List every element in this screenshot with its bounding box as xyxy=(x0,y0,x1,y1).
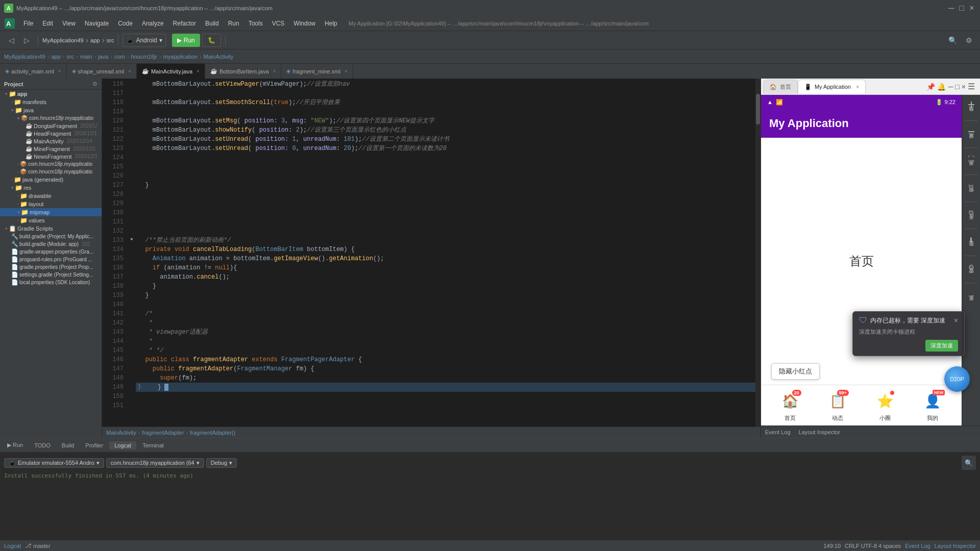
tree-item-build-gradle-app[interactable]: 🔧 build.gradle (Module: app) 202 xyxy=(0,240,102,248)
bottom-tab-todo[interactable]: TODO xyxy=(29,441,56,449)
tree-item-minefragment[interactable]: ☕ MineFragment 2020/12/1 xyxy=(0,145,102,153)
tree-item-package-main[interactable]: ▾ 📦 com.hnucm18jr.myapplicatio xyxy=(0,114,102,122)
right-panel-event-log[interactable]: Event Log xyxy=(765,429,791,435)
tool-cut-button[interactable]: ✂ xyxy=(964,178,979,193)
nav-com[interactable]: com xyxy=(114,54,125,60)
search-everywhere-button[interactable]: 🔍 xyxy=(945,33,960,47)
debug-button[interactable]: 🐛 xyxy=(202,34,221,47)
tool-multi-button[interactable]: ⧉ xyxy=(964,205,979,220)
tree-item-gradle-props[interactable]: 📄 gradle.properties (Project Prop... xyxy=(0,263,102,271)
close-button[interactable]: × xyxy=(968,4,976,12)
menu-vcs[interactable]: VCS xyxy=(268,19,289,28)
nav-src[interactable]: src xyxy=(66,54,74,60)
forward-button[interactable]: ▷ xyxy=(19,33,34,47)
close-icon[interactable]: × xyxy=(273,68,276,74)
tab-shape-unread-xml[interactable]: ◈ shape_unread.xml × xyxy=(67,64,137,79)
bc-fragmentadapter-ctor[interactable]: fragmentAdapter() xyxy=(190,430,235,436)
event-log-link[interactable]: Event Log xyxy=(905,543,930,549)
tree-item-layout[interactable]: › 📁 layout xyxy=(0,200,102,208)
tool-fullscreen-button[interactable]: ⛶ xyxy=(964,151,979,166)
deep-accelerate-button[interactable]: 深度加速 xyxy=(925,340,958,352)
tree-item-java-generated[interactable]: › 📁 java (generated) xyxy=(0,176,102,184)
browser-maximize-button[interactable]: □ xyxy=(955,83,959,91)
browser-sidebar-button[interactable]: ☰ xyxy=(968,82,975,91)
vertical-scrollbar[interactable] xyxy=(755,79,761,427)
browser-tab-home[interactable]: 🏠 首页 xyxy=(763,80,798,94)
menu-view[interactable]: View xyxy=(58,19,80,28)
tab-fragment-mine-xml[interactable]: ◈ fragment_mine.xml × xyxy=(281,64,353,79)
menu-analyze[interactable]: Analyze xyxy=(138,19,168,28)
package-selector[interactable]: com.hnucm18jr.myapplication (64 ▾ xyxy=(106,458,204,468)
back-button[interactable]: ◁ xyxy=(4,33,18,47)
code-text[interactable]: mBottomBarLayout.setViewPager(mViewPager… xyxy=(136,79,755,427)
bottom-tab-terminal[interactable]: Terminal xyxy=(137,441,169,449)
gear-icon[interactable]: ⚙ xyxy=(92,81,97,87)
bottom-tab-run[interactable]: ▶ Run xyxy=(2,441,28,449)
nav-app[interactable]: app xyxy=(51,54,60,60)
bottom-tab-build[interactable]: Build xyxy=(57,441,79,449)
tool-more-button[interactable]: … xyxy=(964,286,979,302)
browser-minimize-button[interactable]: ─ xyxy=(948,83,953,91)
close-icon[interactable]: × xyxy=(197,68,200,74)
right-panel-layout-inspector[interactable]: Layout Inspector xyxy=(799,429,840,435)
emulator-selector[interactable]: 📱 Emulator emulator-5554 Andro ▾ xyxy=(4,458,104,468)
tree-item-newsfragment[interactable]: ☕ NewsFragment 2020/12/1 xyxy=(0,153,102,160)
code-area[interactable]: 116117118119 120121122123 124125126127 1… xyxy=(102,79,761,438)
tool-install-button[interactable]: ⬇ xyxy=(964,232,979,247)
settings-button[interactable]: ⚙ xyxy=(962,33,976,47)
logcat-label[interactable]: Logcat xyxy=(4,543,21,549)
bottom-tab-logcat[interactable]: Logcat xyxy=(109,441,136,449)
menu-file[interactable]: File xyxy=(19,19,37,28)
tree-item-package-test[interactable]: › 📦 com.hnucm18jr.myapplicatio xyxy=(0,168,102,176)
menu-tools[interactable]: Tools xyxy=(244,19,267,28)
tool-add-button[interactable] xyxy=(964,97,979,112)
tree-item-headfragment[interactable]: ☕ HeadFragment 2020/12/1 xyxy=(0,130,102,137)
tree-item-manifests[interactable]: › 📁 manifests xyxy=(0,98,102,106)
browser-notification-button[interactable]: 🔔 xyxy=(937,83,946,91)
tree-item-settings-gradle[interactable]: 📄 settings.gradle (Project Setting... xyxy=(0,271,102,279)
menu-build[interactable]: Build xyxy=(201,19,223,28)
run-config-selector[interactable]: 📱 Android ▾ xyxy=(122,34,165,47)
tree-item-res[interactable]: ▾ 📁 res xyxy=(0,184,102,192)
close-icon[interactable]: × xyxy=(856,84,859,90)
tree-item-gradle-wrapper[interactable]: 📄 gradle-wrapper.properties (Gra... xyxy=(0,248,102,256)
nav-mine[interactable]: 👤 NEW 我的 xyxy=(920,389,945,422)
tool-minus-button[interactable] xyxy=(964,124,979,139)
menu-help[interactable]: Help xyxy=(321,19,341,28)
tree-item-app[interactable]: ▾ 📁 app xyxy=(0,90,102,98)
bc-mainactivity[interactable]: MainActivity xyxy=(106,430,136,436)
nav-home[interactable]: 🏠 20 首页 xyxy=(778,389,802,422)
maximize-button[interactable]: □ xyxy=(958,4,966,12)
nav-xiaoquan[interactable]: ⭐ 小圈 xyxy=(873,389,897,422)
nav-main[interactable]: main xyxy=(80,54,92,60)
bc-fragmentadapter[interactable]: fragmentAdapter xyxy=(142,430,184,436)
minimize-button[interactable]: ─ xyxy=(947,4,955,12)
close-icon[interactable]: × xyxy=(128,68,131,74)
tree-item-mipmap[interactable]: ▾ 📁 mipmap xyxy=(0,208,102,216)
bottom-tab-profiler[interactable]: Profiler xyxy=(80,441,108,449)
tool-settings-button[interactable]: ⚙ xyxy=(964,259,979,274)
tree-item-package-jr[interactable]: › 📦 com.hnucm18jr.myapplicatio xyxy=(0,160,102,168)
close-icon[interactable]: × xyxy=(58,68,61,74)
tab-bottombaritem-java[interactable]: ☕ BottomBarItem.java × xyxy=(205,64,281,79)
search-log-button[interactable]: 🔍 xyxy=(962,456,976,470)
nav-hnucm[interactable]: hnucm18jr xyxy=(131,54,157,60)
menu-run[interactable]: Run xyxy=(224,19,243,28)
browser-pin-button[interactable]: 📌 xyxy=(926,83,935,91)
tab-activity-main-xml[interactable]: ◈ activity_main.xml × xyxy=(0,64,67,79)
tab-mainactivity-java[interactable]: ☕ MainActivity.java × xyxy=(137,64,205,79)
hide-badge-button[interactable]: 隐藏小红点 xyxy=(771,363,820,380)
tree-item-java[interactable]: ▾ 📁 java xyxy=(0,106,102,114)
menu-refactor[interactable]: Refactor xyxy=(169,19,200,28)
popup-close-button[interactable]: × xyxy=(954,316,958,324)
run-button[interactable]: ▶ Run xyxy=(172,34,200,47)
browser-close-button[interactable]: × xyxy=(962,83,966,91)
tree-item-build-gradle-project[interactable]: 🔧 build.gradle (Project: My Applic... xyxy=(0,233,102,240)
menu-navigate[interactable]: Navigate xyxy=(81,19,113,28)
scrollbar-thumb[interactable] xyxy=(756,94,760,124)
tree-item-mainactivity[interactable]: ☕ MainActivity 2020/12/14 xyxy=(0,137,102,145)
close-icon[interactable]: × xyxy=(345,68,348,74)
nav-project[interactable]: MyApplication49 xyxy=(4,54,45,60)
menu-edit[interactable]: Edit xyxy=(38,19,57,28)
tree-item-gradle-scripts[interactable]: ▾ 📋 Gradle Scripts xyxy=(0,224,102,233)
